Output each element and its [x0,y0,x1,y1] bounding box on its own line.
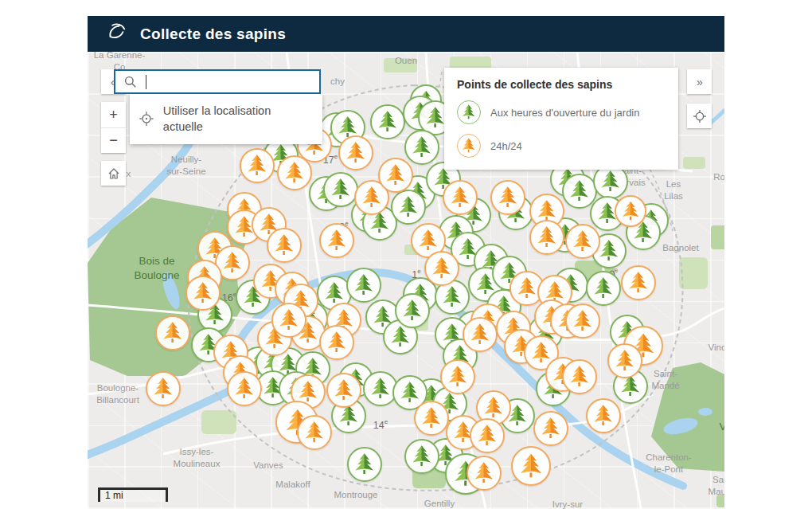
zoom-out-button[interactable]: − [101,127,126,153]
app-header: Collecte des sapins [88,16,724,52]
scale-bar: 1 mi [98,487,168,502]
tree-marker-orange[interactable] [271,303,306,338]
legend-panel: Points de collecte des sapins Aux heures… [444,68,678,170]
legend-item-label: 24h/24 [490,140,522,152]
tree-marker-orange[interactable] [319,223,354,258]
app-window: Collecte des sapins [88,16,724,509]
tree-marker-orange[interactable] [155,315,190,350]
tree-marker-orange[interactable] [338,135,373,170]
tree-marker-orange[interactable] [146,371,181,406]
tree-marker-orange[interactable] [467,456,502,491]
search-icon [115,75,146,89]
zoom-in-button[interactable]: + [101,102,126,127]
tree-marker-orange[interactable] [470,418,505,453]
home-button[interactable] [101,161,126,186]
tree-marker-green[interactable] [395,293,430,328]
tree-marker-orange[interactable] [297,415,332,450]
tree-marker-orange[interactable] [565,224,600,259]
tree-marker-green[interactable] [404,130,439,165]
tree-marker-green[interactable] [347,447,382,482]
locate-icon [138,110,155,127]
tree-marker-orange[interactable] [607,343,642,378]
tree-marker-orange[interactable] [565,303,600,339]
tree-marker-orange[interactable] [240,148,275,183]
tree-marker-green[interactable] [391,190,426,225]
zoom-control: + − [101,102,126,153]
tree-marker-orange[interactable] [227,371,262,406]
tree-marker-orange[interactable] [615,195,646,227]
page: Collecte des sapins [0,0,812,509]
map-canvas[interactable]: La Garenne- CoOuenchyNeuilly- sur-Seinei… [88,52,724,509]
scale-bar-label: 1 mi [105,490,123,501]
paris-logo-icon [103,22,127,46]
legend-item-green: Aux heures d'ouverture du jardin [457,100,666,124]
tree-marker-orange[interactable] [463,317,498,352]
tree-marker-green[interactable] [404,439,439,474]
tree-marker-orange[interactable] [414,401,449,436]
tree-marker-green[interactable] [323,172,358,207]
tree-marker-orange[interactable] [533,411,568,446]
tree-marker-orange[interactable] [185,276,221,311]
orange-tree-icon [457,134,481,158]
tree-marker-green[interactable] [586,271,621,306]
tree-marker-orange[interactable] [490,180,525,215]
tree-marker-orange[interactable] [440,359,475,394]
green-tree-icon [457,100,481,124]
locate-icon [692,108,708,124]
search-box [114,69,321,94]
legend-title: Points de collecte des sapins [457,78,666,91]
tree-marker-orange[interactable] [424,251,459,286]
tree-marker-orange[interactable] [378,158,413,193]
locate-me-button[interactable] [687,104,712,128]
tree-marker-green[interactable] [346,268,381,303]
tree-marker-orange[interactable] [562,359,597,394]
tree-marker-orange[interactable] [319,325,354,360]
home-icon [107,166,121,181]
suggestion-label: Utiliser la localisation actuelle [163,103,313,135]
legend-item-label: Aux heures d'ouverture du jardin [490,107,639,119]
tree-marker-orange[interactable] [621,265,656,300]
tree-marker-green[interactable] [370,104,405,139]
tree-marker-orange[interactable] [326,373,361,408]
app-title: Collecte des sapins [140,25,286,43]
tree-marker-orange[interactable] [267,228,302,263]
tree-marker-orange[interactable] [443,180,478,215]
chevrons-right-icon: » [697,76,702,88]
legend-item-orange: 24h/24 [457,134,666,158]
text-caret [146,75,146,89]
tree-marker-orange[interactable] [277,155,312,190]
tree-marker-orange[interactable] [529,220,564,255]
expand-right-button[interactable]: » [687,69,712,94]
tree-marker-orange[interactable] [511,446,551,486]
use-current-location-suggestion[interactable]: Utiliser la localisation actuelle [130,94,322,144]
tree-marker-orange[interactable] [586,398,621,433]
search-input[interactable] [148,71,319,92]
